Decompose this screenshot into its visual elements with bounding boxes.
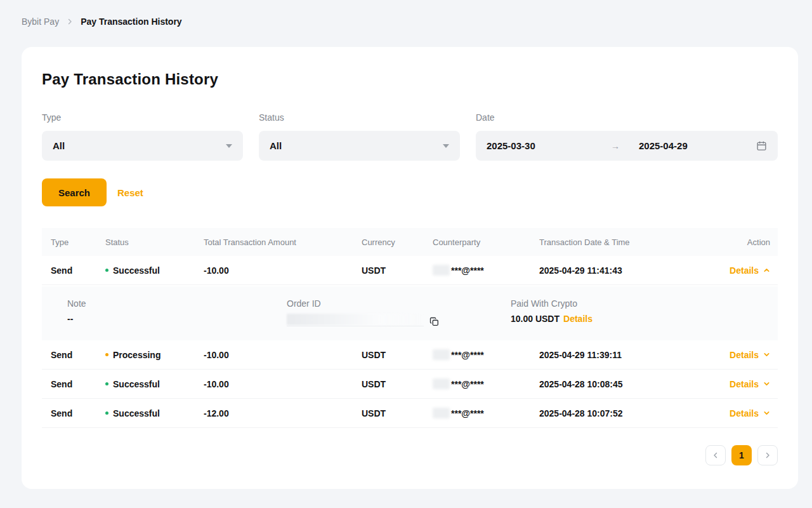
note-value: --	[67, 314, 287, 324]
chevron-up-icon	[763, 267, 770, 274]
cell-currency: USDT	[362, 265, 433, 276]
breadcrumb-current: Pay Transaction History	[81, 17, 182, 27]
cell-type: Send	[51, 350, 105, 360]
date-filter-group: Date 2025-03-30 → 2025-04-29	[476, 112, 778, 161]
breadcrumb-parent[interactable]: Bybit Pay	[22, 17, 59, 27]
header-datetime: Transaction Date & Time	[539, 237, 708, 247]
cell-amount: -10.00	[204, 350, 362, 360]
cell-counterparty: ***@****	[433, 378, 539, 389]
cell-counterparty: ***@****	[433, 408, 539, 418]
details-label: Details	[730, 379, 759, 389]
order-id-value-row	[287, 314, 439, 326]
redacted-counterparty-blur	[433, 349, 450, 360]
order-id-section: Order ID	[287, 298, 511, 326]
header-status: Status	[105, 237, 204, 247]
page-number-button[interactable]: 1	[731, 445, 752, 465]
filter-bar: Type All Status All Date 2025-03-30 → 20…	[42, 112, 778, 161]
cell-type: Send	[51, 408, 105, 418]
type-filter-label: Type	[42, 112, 243, 123]
cell-status: Processing	[105, 350, 204, 360]
cell-action: Details	[708, 350, 778, 360]
header-type: Type	[51, 237, 105, 247]
cell-counterparty: ***@****	[433, 265, 539, 276]
status-text: Successful	[113, 265, 160, 276]
details-label: Details	[730, 408, 759, 418]
cell-amount: -12.00	[204, 408, 362, 418]
details-label: Details	[730, 265, 759, 276]
cell-status: Successful	[105, 408, 204, 418]
cell-type: Send	[51, 265, 105, 276]
table-row: Send Processing -10.00 USDT ***@**** 202…	[42, 340, 778, 370]
next-page-button[interactable]	[757, 445, 778, 465]
date-range-picker[interactable]: 2025-03-30 → 2025-04-29	[476, 131, 778, 161]
header-action: Action	[708, 237, 778, 247]
note-label: Note	[67, 298, 287, 309]
paid-with-crypto-label: Paid With Crypto	[511, 298, 778, 309]
details-toggle-button[interactable]: Details	[730, 350, 770, 360]
status-text: Processing	[113, 350, 160, 360]
arrow-right-icon: →	[611, 141, 620, 151]
status-filter-group: Status All	[259, 112, 460, 161]
filter-actions: Search Reset	[42, 178, 778, 206]
type-select[interactable]: All	[42, 131, 243, 161]
date-end-value[interactable]: 2025-04-29	[620, 140, 756, 151]
cell-currency: USDT	[362, 408, 433, 418]
details-label: Details	[730, 350, 759, 360]
page-title: Pay Transaction History	[42, 70, 778, 88]
table-header-row: Type Status Total Transaction Amount Cur…	[42, 228, 778, 256]
chevron-down-icon	[443, 144, 449, 148]
calendar-icon[interactable]	[756, 140, 767, 151]
status-filter-label: Status	[259, 112, 460, 123]
cell-currency: USDT	[362, 350, 433, 360]
details-toggle-button[interactable]: Details	[730, 265, 770, 276]
cell-status: Successful	[105, 379, 204, 389]
counterparty-text: ***@****	[451, 408, 484, 418]
status-select-value: All	[270, 140, 443, 151]
reset-button[interactable]: Reset	[116, 185, 145, 201]
status-select[interactable]: All	[259, 131, 460, 161]
expanded-detail-panel: Note -- Order ID	[42, 286, 778, 340]
cell-action: Details	[708, 265, 778, 276]
chevron-down-icon	[226, 144, 232, 148]
details-toggle-button[interactable]: Details	[730, 408, 770, 418]
cell-type: Send	[51, 379, 105, 389]
cell-currency: USDT	[362, 379, 433, 389]
cell-action: Details	[708, 379, 778, 389]
type-filter-group: Type All	[42, 112, 243, 161]
transactions-table: Type Status Total Transaction Amount Cur…	[42, 228, 778, 428]
status-dot-icon	[105, 382, 108, 385]
details-toggle-button[interactable]: Details	[730, 379, 770, 389]
note-section: Note --	[67, 298, 287, 326]
cell-datetime: 2025-04-28 10:07:52	[539, 408, 708, 418]
chevron-down-icon	[763, 410, 770, 417]
copy-icon[interactable]	[429, 317, 439, 326]
type-select-value: All	[53, 140, 226, 151]
paid-with-crypto-section: Paid With Crypto 10.00 USDT Details	[511, 298, 778, 326]
paid-details-link[interactable]: Details	[563, 314, 593, 324]
search-button[interactable]: Search	[42, 178, 107, 206]
cell-datetime: 2025-04-29 11:41:43	[539, 265, 708, 276]
date-filter-label: Date	[476, 112, 778, 123]
cell-datetime: 2025-04-29 11:39:11	[539, 350, 708, 360]
header-amount: Total Transaction Amount	[204, 237, 362, 247]
prev-page-button[interactable]	[705, 445, 726, 465]
order-id-label: Order ID	[287, 298, 511, 309]
paid-with-crypto-value: 10.00 USDT	[511, 314, 560, 324]
breadcrumb: Bybit Pay Pay Transaction History	[22, 17, 182, 27]
counterparty-text: ***@****	[451, 379, 484, 389]
redacted-order-id-blur	[287, 314, 424, 325]
status-text: Successful	[113, 379, 160, 389]
cell-amount: -10.00	[204, 379, 362, 389]
header-currency: Currency	[362, 237, 433, 247]
cell-action: Details	[708, 408, 778, 418]
cell-amount: -10.00	[204, 265, 362, 276]
pagination: 1	[42, 445, 778, 465]
chevron-down-icon	[763, 380, 770, 387]
cell-datetime: 2025-04-28 10:08:45	[539, 379, 708, 389]
header-counterparty: Counterparty	[433, 237, 539, 247]
table-row: Send Successful -10.00 USDT ***@**** 202…	[42, 256, 778, 285]
status-dot-icon	[105, 411, 108, 415]
status-dot-icon	[105, 353, 108, 356]
date-start-value[interactable]: 2025-03-30	[487, 140, 611, 151]
table-row: Send Successful -10.00 USDT ***@**** 202…	[42, 370, 778, 399]
